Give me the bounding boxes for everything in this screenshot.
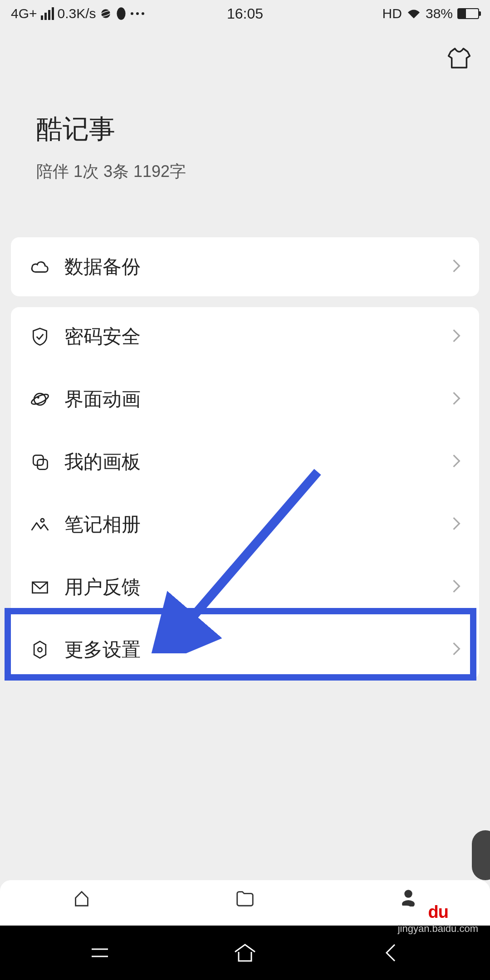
nav-home[interactable] — [59, 887, 104, 908]
svg-point-2 — [117, 7, 125, 20]
svg-point-20 — [390, 907, 395, 912]
setting-label: 更多设置 — [64, 637, 452, 662]
status-bar: 4G+ 0.3K/s 16:05 HD 38% — [0, 0, 490, 27]
setting-label: 界面动画 — [64, 387, 452, 412]
setting-user-feedback[interactable]: 用户反馈 — [11, 558, 479, 617]
watermark: Baidu 经验 jingyan.baidu.com — [374, 902, 478, 935]
theme-icon[interactable] — [446, 45, 472, 71]
setting-label: 用户反馈 — [64, 574, 452, 600]
nav-back-button[interactable] — [377, 939, 404, 966]
svg-point-11 — [38, 647, 42, 652]
floating-assist-button[interactable] — [472, 830, 490, 880]
planet-status-icon — [100, 8, 112, 20]
penguin-icon — [115, 6, 127, 21]
setting-label: 笔记相册 — [64, 512, 452, 537]
setting-note-album[interactable]: 笔记相册 — [11, 495, 479, 554]
setting-more-settings[interactable]: 更多设置 — [11, 620, 479, 679]
svg-point-19 — [383, 905, 388, 910]
stats-line: 陪伴 1次 3条 1192字 — [36, 161, 454, 183]
svg-point-14 — [404, 890, 412, 898]
battery-icon — [457, 8, 479, 19]
more-status-icon — [131, 12, 144, 15]
nav-home-button[interactable] — [231, 939, 259, 966]
hd-indicator: HD — [382, 6, 402, 21]
svg-point-18 — [377, 907, 382, 912]
header — [0, 27, 490, 71]
title-section: 酷记事 陪伴 1次 3条 1192字 — [0, 71, 490, 237]
setting-label: 数据备份 — [64, 254, 452, 279]
chevron-right-icon — [452, 454, 461, 470]
setting-my-board[interactable]: 我的画板 — [11, 432, 479, 491]
svg-point-5 — [37, 397, 39, 399]
signal-icon — [41, 7, 54, 20]
setting-ui-animation[interactable]: 界面动画 — [11, 370, 479, 429]
svg-point-21 — [380, 912, 392, 921]
status-time: 16:05 — [227, 5, 263, 22]
gear-icon — [29, 639, 51, 661]
nav-folder[interactable] — [222, 887, 268, 908]
chevron-right-icon — [452, 391, 461, 407]
copy-icon — [29, 451, 51, 473]
picture-icon — [29, 514, 51, 535]
shield-icon — [29, 326, 51, 348]
wifi-icon — [407, 8, 421, 20]
svg-point-8 — [41, 519, 44, 522]
network-speed: 0.3K/s — [58, 6, 96, 21]
chevron-right-icon — [452, 516, 461, 533]
cloud-icon — [29, 256, 51, 278]
svg-marker-10 — [34, 642, 46, 658]
settings-card-1: 数据备份 — [11, 237, 479, 296]
setting-label: 密码安全 — [64, 324, 452, 349]
settings-card-2: 密码安全 界面动画 我的画板 笔记相册 用户反馈 更多设置 — [11, 307, 479, 679]
network-type: 4G+ — [11, 6, 37, 21]
mail-icon — [29, 576, 51, 598]
setting-label: 我的画板 — [64, 449, 452, 475]
chevron-right-icon — [452, 259, 461, 275]
chevron-right-icon — [452, 328, 461, 345]
app-title: 酷记事 — [36, 112, 454, 147]
nav-recent-button[interactable] — [86, 939, 113, 966]
setting-data-backup[interactable]: 数据备份 — [11, 237, 479, 296]
planet-icon — [29, 388, 51, 410]
battery-percent: 38% — [426, 6, 453, 21]
setting-password-security[interactable]: 密码安全 — [11, 307, 479, 366]
paw-icon — [374, 904, 397, 921]
svg-point-4 — [30, 392, 50, 406]
chevron-right-icon — [452, 642, 461, 658]
chevron-right-icon — [452, 579, 461, 595]
